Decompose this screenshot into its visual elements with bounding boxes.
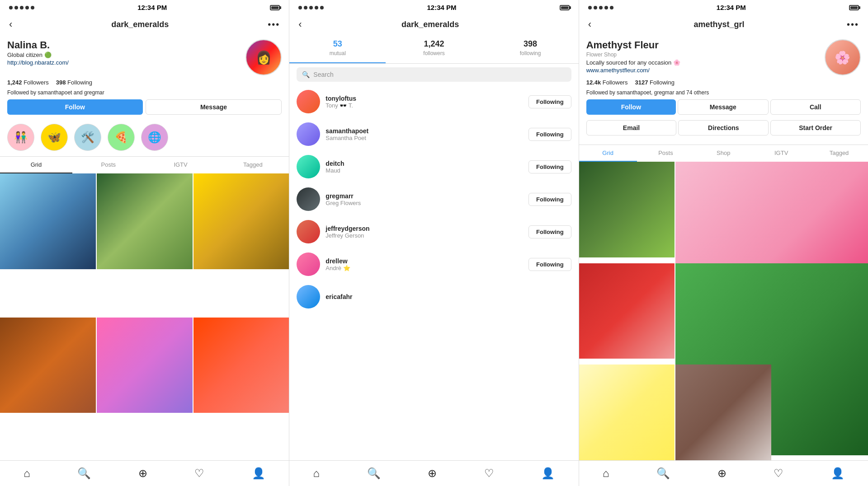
action-buttons-1: Follow Message [7, 99, 282, 115]
message-button-3[interactable]: Message [678, 99, 768, 115]
back-button-1[interactable]: ‹ [9, 19, 12, 30]
following-btn-tony[interactable]: Following [528, 95, 571, 108]
name-greg: Greg Flowers [326, 200, 523, 206]
stats-tabs: 53 mutual 1,242 followers 398 following [289, 34, 578, 64]
following-btn-deitch[interactable]: Following [528, 160, 571, 173]
profile-avatar-1: 👩 [245, 39, 282, 75]
username-jeff[interactable]: jeffreydgerson [326, 225, 523, 232]
highlight-5[interactable]: 🌐 [141, 124, 168, 151]
directions-button-3[interactable]: Directions [678, 120, 769, 136]
mutual-tab[interactable]: 53 mutual [289, 34, 386, 63]
name-sam: Samantha Poet [326, 135, 523, 141]
profile-icon-2[interactable]: 👤 [534, 465, 562, 481]
home-icon-2[interactable]: ⌂ [306, 465, 327, 481]
highlight-4[interactable]: 🍕 [108, 124, 135, 151]
follow-button-3[interactable]: Follow [586, 99, 676, 115]
followers-tab[interactable]: 1,242 followers [386, 34, 482, 63]
following-count-1: 398 Following [56, 79, 92, 86]
profile-link-1[interactable]: http://blog.nbaratz.com/ [7, 59, 245, 66]
following-item-deitch: deitch Maud Following [289, 150, 578, 183]
heart-icon-1[interactable]: ♡ [187, 465, 212, 481]
tab-posts-3[interactable]: Posts [637, 145, 695, 162]
back-button-2[interactable]: ‹ [298, 19, 302, 30]
avatar-jeff[interactable] [297, 220, 320, 243]
highlight-3[interactable]: 🛠️ [74, 124, 101, 151]
tab-grid-1[interactable]: Grid [0, 157, 72, 173]
add-icon-1[interactable]: ⊕ [131, 465, 155, 481]
photo-grid-1 [0, 173, 289, 460]
following-btn-drew[interactable]: Following [528, 258, 571, 271]
following-btn-greg[interactable]: Following [528, 193, 571, 206]
profile-link-3[interactable]: www.amethystfleur.com/ [586, 67, 825, 74]
following-btn-sam[interactable]: Following [528, 128, 571, 141]
heart-icon-2[interactable]: ♡ [477, 465, 501, 481]
highlight-2[interactable]: 🦋 [41, 124, 68, 151]
avatar-greg[interactable] [297, 187, 320, 211]
grid-photo-5[interactable] [97, 318, 193, 413]
username-erica[interactable]: ericafahr [326, 293, 571, 300]
following-item-greg: gregmarr Greg Flowers Following [289, 183, 578, 215]
grid-photo-4[interactable] [0, 318, 96, 413]
following-item-tony: tonyloftus Tony 🕶️ T. Following [289, 85, 578, 118]
search-icon-nav-2[interactable]: 🔍 [360, 465, 388, 481]
search-icon-1[interactable]: 🔍 [70, 465, 98, 481]
search-icon-nav-3[interactable]: 🔍 [649, 465, 677, 481]
tab-tagged-3[interactable]: Tagged [810, 145, 868, 162]
grid-photo-6[interactable] [193, 318, 289, 413]
flower-photo-1[interactable] [579, 162, 675, 257]
follow-button-1[interactable]: Follow [7, 99, 143, 115]
username-deitch[interactable]: deitch [326, 160, 523, 167]
start-order-button-3[interactable]: Start Order [770, 120, 861, 136]
back-button-3[interactable]: ‹ [588, 19, 591, 30]
following-btn-jeff[interactable]: Following [528, 225, 571, 238]
tab-igtv-3[interactable]: IGTV [752, 145, 810, 162]
add-icon-2[interactable]: ⊕ [420, 465, 444, 481]
battery-2 [560, 5, 570, 10]
grid-photo-2[interactable] [97, 173, 193, 269]
call-button-3[interactable]: Call [770, 99, 861, 115]
avatar-sam[interactable] [297, 122, 320, 146]
tabs-1: Grid Posts IGTV Tagged [0, 156, 289, 173]
more-button-3[interactable]: ••• [847, 19, 859, 30]
nav-bar-1: ‹ dark_emeralds ••• [0, 15, 289, 34]
avatar-erica[interactable] [297, 285, 320, 308]
username-greg[interactable]: gregmarr [326, 192, 523, 200]
profile-icon-1[interactable]: 👤 [245, 465, 273, 481]
following-tab[interactable]: 398 following [482, 34, 579, 63]
search-bar-2[interactable]: 🔍 Search [297, 67, 571, 82]
tab-tagged-1[interactable]: Tagged [217, 157, 289, 173]
highlight-1[interactable]: 👫 [7, 124, 34, 151]
flower-photo-5[interactable] [579, 364, 675, 460]
message-button-1[interactable]: Message [146, 99, 282, 115]
add-icon-3[interactable]: ⊕ [710, 465, 734, 481]
flower-photo-6[interactable] [675, 364, 771, 460]
search-placeholder-2: Search [313, 71, 333, 78]
username-drew[interactable]: drellew [326, 257, 523, 265]
panel-2: 12:34 PM ‹ dark_emeralds 53 mutual 1,242… [289, 0, 579, 486]
more-button-1[interactable]: ••• [268, 19, 280, 30]
home-icon-1[interactable]: ⌂ [16, 465, 38, 481]
tab-shop-3[interactable]: Shop [694, 145, 752, 162]
avatar-tony[interactable] [297, 90, 320, 113]
heart-icon-3[interactable]: ♡ [766, 465, 791, 481]
following-list: tonyloftus Tony 🕶️ T. Following samantha… [289, 85, 578, 460]
profile-icon-3[interactable]: 👤 [824, 465, 852, 481]
username-sam[interactable]: samanthapoet [326, 127, 523, 135]
tab-igtv-1[interactable]: IGTV [145, 157, 217, 173]
avatar-drew[interactable] [297, 252, 320, 276]
info-drew: drellew Andrè ⭐ [326, 257, 523, 271]
tab-grid-3[interactable]: Grid [579, 145, 637, 162]
flower-photo-3[interactable] [579, 263, 675, 359]
story-highlights-1: 👫 🦋 🛠️ 🍕 🌐 [0, 120, 289, 154]
email-button-3[interactable]: Email [586, 120, 677, 136]
grid-photo-3[interactable] [193, 173, 289, 269]
home-icon-3[interactable]: ⌂ [595, 465, 617, 481]
status-time-1: 12:34 PM [137, 4, 167, 11]
username-tony[interactable]: tonyloftus [326, 95, 523, 102]
grid-photo-1[interactable] [0, 173, 96, 269]
avatar-deitch[interactable] [297, 155, 320, 178]
tab-posts-1[interactable]: Posts [72, 157, 145, 173]
info-sam: samanthapoet Samantha Poet [326, 127, 523, 141]
nav-title-3: amethyst_grl [693, 20, 744, 29]
nav-bar-2: ‹ dark_emeralds [289, 15, 578, 34]
